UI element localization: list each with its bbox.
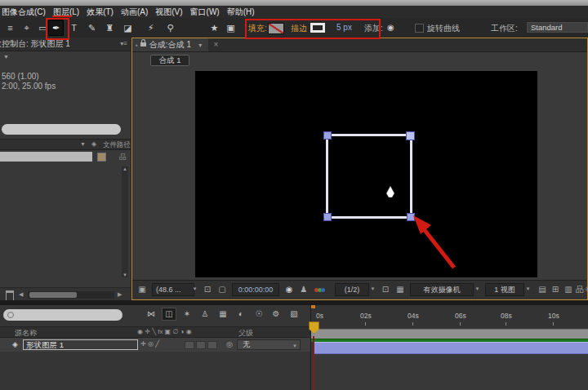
menu-item-window[interactable]: 窗口(W) (190, 7, 220, 18)
comp-mini-flow-icon[interactable]: ⋈ (144, 308, 158, 321)
always-preview-icon[interactable]: ▣ (136, 283, 149, 295)
menu-item-composition[interactable]: 图像合成(C) (2, 7, 46, 18)
motion-blur-icon[interactable]: ▦ (216, 308, 230, 321)
mode-box-1[interactable] (185, 341, 194, 349)
vertex-handle-topright[interactable] (406, 131, 415, 140)
project-vscrollbar[interactable]: ▲ ▼ (122, 166, 128, 277)
work-area-bar[interactable] (311, 329, 588, 339)
view-caret-icon[interactable]: ▼ (525, 283, 531, 295)
puppet-pin-tool-icon[interactable]: ⚲ (163, 20, 178, 36)
scroll-up-icon[interactable]: ▲ (122, 166, 127, 171)
parent-dropdown[interactable]: 无 ▼ (237, 339, 301, 350)
fast-preview-icon[interactable]: ⊞ (549, 283, 562, 295)
rotobrush-tool-icon[interactable]: ⚡ (143, 20, 158, 36)
project-search-input[interactable] (2, 124, 121, 135)
scroll-right-icon[interactable]: ▶ (118, 291, 122, 298)
mode-box-2[interactable] (196, 341, 206, 349)
brainstorm-icon[interactable]: ◐ (234, 308, 248, 321)
project-hscrollbar[interactable] (28, 291, 114, 299)
label-tag-icon[interactable]: ◈ (91, 140, 96, 148)
scroll-down-icon[interactable]: ▼ (122, 273, 127, 277)
eraser-tool-icon[interactable]: ◪ (120, 20, 136, 36)
snapshot-icon[interactable]: ◉ (283, 283, 296, 295)
mode-box-3[interactable] (207, 341, 217, 349)
hide-shy-layers-icon[interactable]: ✶ (180, 308, 194, 321)
timeline-search-input[interactable] (3, 309, 122, 321)
scroll-left-icon[interactable]: ◀ (19, 291, 23, 298)
brush-tool-icon[interactable]: ✎ (84, 20, 100, 36)
active-camera-dropdown[interactable]: 有效摄像机 (410, 283, 474, 296)
camera-caret-icon[interactable]: ▼ (474, 283, 480, 295)
transparency-grid-icon[interactable]: ▦ (394, 283, 407, 295)
region-of-interest-icon[interactable]: ▢ (216, 283, 229, 295)
composition-tab[interactable]: ▪合成:合成 1 ▼ (132, 38, 208, 51)
tab-close-icon[interactable]: × (213, 40, 218, 49)
current-time-display[interactable]: 0:00:00:00 (232, 283, 279, 296)
layer-switch-icons[interactable]: ✛ ◎ ╱ (140, 340, 159, 348)
add-cycle-icon[interactable]: ◉ (387, 23, 394, 32)
column-sort-caret-icon[interactable]: ▼ (80, 141, 86, 147)
safe-zones-icon[interactable]: ⊡ (201, 283, 214, 295)
magnification-dropdown[interactable]: (48.6 ... (152, 283, 194, 296)
playhead-line[interactable] (313, 336, 314, 390)
unified-camera-tool-icon[interactable]: ≡ (2, 20, 18, 36)
fill-label[interactable]: 填充: (248, 23, 267, 34)
lock-icon[interactable] (140, 42, 146, 47)
view-layout-dropdown[interactable]: 1 视图 (485, 283, 524, 296)
resolution-caret-icon[interactable]: ▼ (370, 283, 376, 295)
composition-viewport[interactable] (195, 71, 537, 277)
graph-editor-icon[interactable]: ⚙ (269, 308, 283, 321)
show-snapshot-icon[interactable]: ♟ (297, 283, 310, 295)
camera-track-tool-icon[interactable]: ⌖ (19, 20, 34, 36)
menu-item-view[interactable]: 视图(V) (155, 7, 182, 18)
mask-shape-icon[interactable]: ▣ (223, 20, 238, 36)
frame-blending-icon[interactable]: ♙ (198, 308, 212, 321)
menu-item-effect[interactable]: 效果(T) (87, 7, 114, 18)
shape-path-square[interactable] (326, 134, 412, 219)
pixel-aspect-icon[interactable]: ▤ (536, 283, 549, 295)
hscroll-thumb[interactable] (29, 292, 77, 298)
stroke-width-value[interactable]: 5 px (336, 23, 352, 32)
add-label: 添加: (364, 23, 383, 34)
menu-item-help[interactable]: 帮助(H) (227, 7, 255, 18)
clone-stamp-tool-icon[interactable]: ♜ (102, 20, 118, 36)
vertex-handle-topleft[interactable] (323, 131, 332, 140)
composition-tab-title[interactable]: 合成:合成 1 (149, 40, 191, 49)
flowchart-icon[interactable]: 品 (119, 152, 127, 162)
comp-breadcrumb[interactable]: 合成 1 (150, 55, 189, 66)
effect-controls-tabbar[interactable]: 特效控制台: 形状图层 1 ▾≡ (0, 38, 131, 51)
workspace-dropdown[interactable]: Standard (526, 21, 588, 33)
magnification-caret-icon[interactable]: ▼ (192, 283, 198, 295)
panel-menu-icon[interactable]: ▾≡ (120, 38, 127, 51)
menu-item-layer[interactable]: 图层(L) (53, 7, 79, 18)
tab-dropdown-icon[interactable]: ▼ (198, 42, 203, 48)
vertex-handle-bottomright[interactable] (407, 213, 415, 221)
auto-keyframe-icon[interactable]: ☉ (252, 308, 266, 321)
stroke-label[interactable]: 描边 (291, 23, 307, 34)
project-selected-row[interactable]: 品 (0, 152, 131, 162)
exposure-icon[interactable]: ☀ (582, 283, 588, 295)
parent-pickwhip-icon[interactable]: ◎ (226, 340, 233, 348)
stroke-swatch[interactable] (310, 23, 325, 33)
layer-badge-icon[interactable]: ◈ (12, 340, 18, 348)
menu-item-animation[interactable]: 动画(A) (121, 7, 148, 18)
layer-duration-bar[interactable] (313, 342, 588, 354)
draft3d-icon[interactable]: ◫ (162, 308, 176, 321)
rotobezier-checkbox[interactable] (415, 24, 424, 33)
show-channels-icon[interactable] (312, 283, 328, 295)
time-ruler[interactable]: 0s 02s 04s 06s 08s 10s (311, 305, 588, 328)
label-color-chip[interactable] (97, 153, 106, 162)
collapse-caret-icon[interactable]: ▼ (3, 54, 9, 60)
type-tool-icon[interactable]: T (66, 20, 82, 36)
resolution-dropdown[interactable]: (1/2) (335, 283, 369, 296)
project-column-header-row[interactable]: ▼ ◈ 文件路径 (0, 139, 131, 150)
pen-tool-icon[interactable]: ✒ (48, 20, 64, 36)
file-path-column-header[interactable]: 文件路径 (103, 140, 131, 150)
vertex-handle-bottomleft[interactable] (323, 213, 332, 221)
layer-name-edit-field[interactable]: 形状图层 1 (23, 339, 138, 350)
layer-row[interactable]: ◈ 形状图层 1 ✛ ◎ ╱ ◎ 无 ▼ (0, 338, 310, 352)
fill-swatch[interactable] (268, 23, 284, 34)
star-shape-tool-icon[interactable]: ★ (207, 20, 222, 36)
region-toggle-icon[interactable]: ⊡ (379, 283, 392, 295)
chart-toggle-icon[interactable]: ▧ (287, 308, 301, 321)
